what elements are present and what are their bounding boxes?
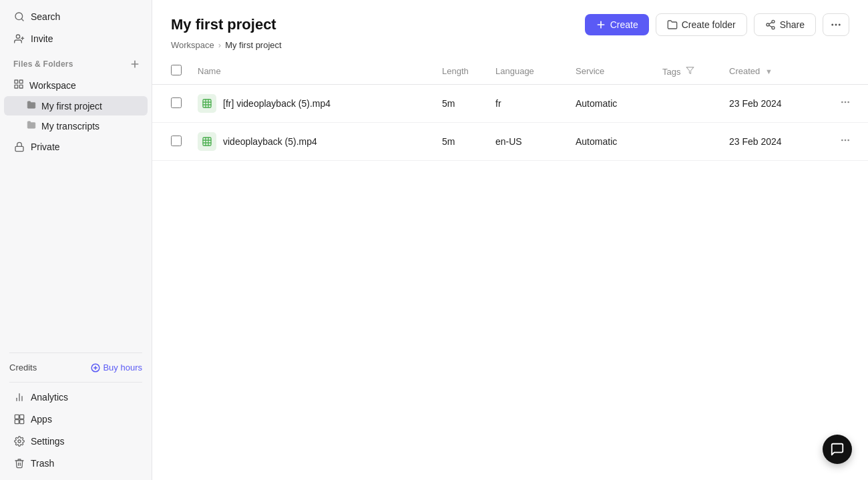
create-folder-button[interactable]: Create folder: [656, 13, 747, 36]
sidebar-item-workspace[interactable]: Workspace: [4, 75, 148, 95]
col-header-length: Length: [434, 58, 487, 85]
row-service: Automatic: [568, 123, 654, 161]
svg-rect-11: [15, 146, 23, 151]
svg-point-22: [18, 440, 21, 443]
page-title: My first project: [171, 16, 276, 33]
col-header-created: Created ▼: [721, 58, 828, 85]
row-service: Automatic: [568, 85, 654, 123]
create-folder-button-label: Create folder: [682, 19, 736, 30]
svg-rect-7: [15, 80, 18, 83]
sidebar-item-analytics[interactable]: Analytics: [4, 387, 148, 408]
row-checkbox-cell: [152, 123, 190, 161]
sidebar-item-apps[interactable]: Apps: [4, 409, 148, 430]
row-checkbox[interactable]: [171, 136, 182, 146]
sidebar-my-first-project-label: My first project: [41, 101, 102, 111]
sidebar-search-label: Search: [31, 11, 60, 22]
breadcrumb: Workspace › My first project: [171, 40, 849, 50]
tags-filter-icon[interactable]: [686, 67, 694, 77]
create-button-label: Create: [610, 19, 638, 30]
svg-point-47: [841, 139, 843, 141]
row-created: 23 Feb 2024: [721, 123, 828, 161]
row-tags: [654, 123, 721, 161]
table-row[interactable]: [fr] videoplayback (5).mp4 5m fr Automat…: [152, 85, 868, 123]
workspace-icon: [13, 79, 24, 91]
row-checkbox[interactable]: [171, 97, 182, 108]
col-header-name: Name: [190, 58, 434, 85]
folder-icon: [27, 100, 36, 111]
row-file-name: videoplayback (5).mp4: [223, 136, 317, 147]
share-button[interactable]: Share: [754, 13, 816, 36]
invite-icon: [13, 33, 25, 45]
sidebar-trash-label: Trash: [31, 458, 54, 469]
sidebar-item-my-first-project[interactable]: My first project: [4, 96, 148, 115]
more-options-button[interactable]: [823, 13, 849, 36]
share-button-label: Share: [780, 19, 805, 30]
chat-fab-button[interactable]: [823, 435, 852, 464]
row-language: fr: [487, 85, 568, 123]
files-folders-label: Files & Folders: [13, 59, 73, 69]
sidebar-item-search[interactable]: Search: [4, 6, 148, 27]
svg-point-49: [847, 139, 849, 141]
svg-rect-9: [19, 85, 23, 88]
svg-rect-21: [20, 420, 24, 424]
svg-line-29: [769, 22, 772, 24]
trash-icon: [13, 457, 25, 469]
page-header: My first project Create Create folder Sh…: [152, 0, 868, 58]
col-header-service: Service: [568, 58, 654, 85]
credits-row: Credits Buy hours: [0, 357, 152, 378]
row-length: 5m: [434, 123, 487, 161]
svg-point-31: [835, 24, 837, 26]
sidebar-item-settings[interactable]: Settings: [4, 431, 148, 452]
folder-icon-2: [27, 120, 36, 132]
breadcrumb-current: My first project: [225, 40, 282, 50]
row-tags: [654, 85, 721, 123]
table-body: [fr] videoplayback (5).mp4 5m fr Automat…: [152, 85, 868, 161]
analytics-icon: [13, 391, 25, 403]
svg-rect-18: [15, 415, 19, 419]
svg-marker-33: [686, 67, 694, 73]
file-table-container: Name Length Language Service Tags: [152, 58, 868, 480]
breadcrumb-workspace[interactable]: Workspace: [171, 40, 214, 50]
header-actions: Create Create folder Share: [585, 13, 849, 36]
file-type-icon: [198, 94, 216, 113]
sidebar-analytics-label: Analytics: [31, 392, 68, 403]
row-length: 5m: [434, 85, 487, 123]
file-table: Name Length Language Service Tags: [152, 58, 868, 161]
lock-icon: [13, 141, 25, 153]
svg-point-30: [831, 24, 833, 26]
svg-rect-42: [203, 138, 211, 146]
row-created: 23 Feb 2024: [721, 85, 828, 123]
row-language: en-US: [487, 123, 568, 161]
add-folder-button[interactable]: [128, 57, 142, 71]
svg-rect-8: [19, 80, 23, 83]
main-content: My first project Create Create folder Sh…: [152, 0, 868, 480]
svg-point-48: [845, 139, 847, 141]
sidebar-item-invite[interactable]: Invite: [4, 28, 148, 49]
row-name-cell: [fr] videoplayback (5).mp4: [190, 85, 434, 123]
sidebar-item-trash[interactable]: Trash: [4, 453, 148, 474]
row-more-button[interactable]: [836, 95, 855, 112]
svg-rect-34: [203, 99, 211, 107]
sidebar-item-private[interactable]: Private: [4, 136, 148, 158]
buy-hours-button[interactable]: Buy hours: [91, 363, 142, 373]
sidebar-divider-1: [9, 352, 142, 353]
created-sort-icon[interactable]: ▼: [765, 67, 773, 75]
sidebar-private-label: Private: [31, 142, 60, 152]
sidebar-workspace-label: Workspace: [29, 80, 76, 91]
sidebar-item-my-transcripts[interactable]: My transcripts: [4, 116, 148, 136]
table-row[interactable]: videoplayback (5).mp4 5m en-US Automatic…: [152, 123, 868, 161]
row-checkbox-cell: [152, 85, 190, 123]
row-file-name: [fr] videoplayback (5).mp4: [223, 98, 331, 109]
svg-rect-19: [20, 415, 24, 419]
create-button[interactable]: Create: [585, 14, 649, 35]
select-all-checkbox[interactable]: [171, 65, 182, 75]
svg-point-2: [16, 35, 19, 38]
svg-line-1: [21, 19, 23, 21]
svg-line-28: [769, 25, 772, 27]
row-actions-cell: [828, 85, 868, 123]
col-header-actions: [828, 58, 868, 85]
svg-rect-20: [15, 420, 19, 424]
svg-point-39: [841, 101, 843, 103]
apps-icon: [13, 413, 25, 425]
row-more-button[interactable]: [836, 134, 855, 150]
